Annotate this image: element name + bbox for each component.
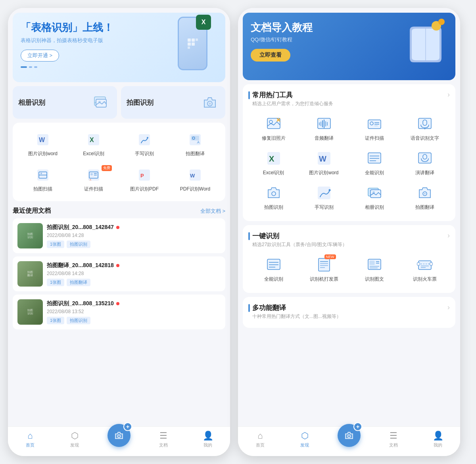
right-user-icon: 👤 [433,431,443,441]
hot-tool-photo-restore[interactable]: 修复旧照片 [248,111,299,146]
doc-info-3: 拍图识别_20...808_135210 2022/08/08 13:52 1张… [43,300,221,324]
svg-rect-4 [196,39,198,41]
hot-tool-photo-translate[interactable]: 拍图翻译 [399,180,450,215]
hot-handwrite-icon [315,184,333,202]
multitrans-bar [248,304,250,312]
tool-id[interactable]: 免费 A 证件扫描 [68,162,119,197]
hot-word-icon: W [315,150,333,167]
doc-tag-type-3: 拍图识别 [67,317,90,324]
tool-excel[interactable]: X Excel识别 [68,127,119,162]
tool-pdfword[interactable]: W PDF识别Word [170,162,221,197]
right-nav-home[interactable]: ⌂ 首页 [238,431,282,448]
doc-dot-2 [116,264,119,267]
doc-tag-count-2: 1张图 [47,279,64,286]
book-illustration [402,17,449,72]
tool-handwrite-label: 手写识别 [135,150,154,157]
photo-recognition-button[interactable]: 拍图识别 [121,86,225,119]
svg-point-85 [417,262,420,266]
doc-item-1[interactable]: 拍图识别 拍图识别_20...808_142847 2022/08/08 14:… [13,218,225,253]
tool-excel-label: Excel识别 [83,150,104,157]
multitrans-sub: 十种常用热门翻译方式（文...图...视频等） [252,313,341,320]
svg-text:P: P [140,173,144,179]
multitrans-chevron[interactable]: › [447,303,450,312]
doc-item-3[interactable]: 拍图识别 拍图识别_20...808_135210 2022/08/08 13:… [13,295,225,329]
tool-word[interactable]: W 图片识别word [17,127,68,162]
nav-home[interactable]: ⌂ 首页 [8,431,52,448]
doc-date-3: 2022/08/08 13:52 [47,309,217,314]
doc-info-2: 拍图翻译_20...808_142818 2022/08/08 14:28 1张… [43,262,221,286]
doc-thumb-1: 拍图识别 [17,223,43,248]
right-nav-camera-center[interactable] [327,432,371,447]
multitrans-title-row: 多功能翻译 [248,303,341,312]
hot-tool-all-recognize-label: 全能识别 [365,169,384,176]
table-recognition-banner[interactable]: 「表格识别」上线！ 表格识别神器，拍摄表格秒变电子版 立即开通 > [13,13,225,82]
album-recognition-button[interactable]: 相册识别 [13,86,117,119]
invoice-icon: NEW [315,256,333,273]
hot-tool-photo-recognize[interactable]: 拍图识别 [248,180,299,215]
right-doc-icon: ☰ [390,431,397,441]
hot-tool-album[interactable]: 相册识别 [349,180,399,215]
hot-tools-chevron[interactable]: › [447,90,450,99]
tool-translate-label: 拍图翻译 [186,150,205,157]
hot-section-title: 常用热门工具 [252,90,293,100]
hot-tool-all-recognize[interactable]: 全能识别 [349,146,399,180]
left-phone: 「表格识别」上线！ 表格识别神器，拍摄表格秒变电子版 立即开通 > [8,8,230,456]
hot-tool-id-scan[interactable]: 证件扫描 [349,111,399,146]
oneclick-chevron[interactable]: › [447,231,450,240]
right-nav-mine[interactable]: 👤 我的 [416,431,460,448]
oneclick-invoice[interactable]: NEW 识别机打发票 [299,252,349,287]
tool-pdfword-label: PDF识别Word [180,186,210,193]
hot-tool-audio-translate[interactable]: 音频翻译 [299,111,349,146]
right-nav-doc[interactable]: ☰ 文档 [371,431,416,448]
svg-rect-0 [188,39,191,42]
svg-rect-83 [418,261,431,270]
tool-id-label: 证件扫描 [84,186,103,193]
svg-rect-3 [192,42,195,46]
nav-doc[interactable]: ☰ 文档 [141,431,186,448]
tool-scan[interactable]: 拍图扫描 [17,162,68,197]
tool-handwrite[interactable]: 手写识别 [119,127,170,162]
new-badge: NEW [324,254,336,259]
oneclick-invoice-label: 识别机打发票 [310,276,338,283]
tool-grid: W 图片识别word X Excel识别 [13,123,225,201]
hot-tool-excel[interactable]: X Excel识别 [248,146,299,180]
hot-tool-id-scan-label: 证件扫描 [365,135,384,142]
discover-banner-button[interactable]: 立即查看 [251,49,290,62]
nav-home-label: 首页 [26,442,35,448]
doc-date-2: 2022/08/08 14:28 [47,271,217,276]
hot-album-icon [366,184,383,202]
oneclick-all-recognize[interactable]: 全能识别 [248,252,299,287]
svg-text:X: X [269,154,274,163]
right-camera-button[interactable] [338,424,361,447]
svg-point-86 [430,262,433,266]
banner-button[interactable]: 立即开通 > [21,50,59,62]
oneclick-img-text[interactable]: 识别图文 [349,252,399,287]
right-nav-discover[interactable]: ⬡ 发现 [282,431,327,448]
oneclick-all-label: 全能识别 [264,276,283,283]
tool-pdf[interactable]: P 图片识别PDF [119,162,170,197]
hot-tool-photo-translate-label: 拍图翻译 [415,204,434,211]
free-badge: 免费 [102,165,112,171]
svg-rect-2 [188,42,191,46]
nav-camera-center[interactable] [97,432,141,447]
word-icon: W [35,131,51,148]
id-icon: A [85,167,102,183]
discover-banner[interactable]: 文档导入教程 QQ/微信/钉钉教程 立即查看 [243,13,455,80]
hot-tool-excel-label: Excel识别 [263,169,284,176]
oneclick-title-row: 一键识别 [248,231,347,241]
hot-tool-handwrite[interactable]: 手写识别 [299,180,349,215]
excel-icon: X [85,131,102,148]
hot-tools-grid: 修复旧照片 [248,111,450,215]
nav-discover[interactable]: ⬡ 发现 [52,431,97,448]
nav-mine[interactable]: 👤 我的 [186,431,230,448]
all-docs-button[interactable]: 全部文档 > [200,208,225,215]
doc-item-2[interactable]: 拍图翻译 拍图翻译_20...808_142818 2022/08/08 14:… [13,256,225,291]
tool-translate[interactable]: 拍图翻译 [170,127,221,162]
doc-date-1: 2022/08/08 14:28 [47,233,217,238]
right-camera-svg [344,430,354,441]
hot-tool-word[interactable]: W 图片识别word [299,146,349,180]
hot-tool-voice-text[interactable]: 语音识别文字 [399,111,450,146]
camera-button[interactable] [107,424,131,447]
oneclick-train-ticket[interactable]: 识别火车票 [399,252,450,287]
hot-tool-speech-translate[interactable]: 演讲翻译 [399,146,450,180]
